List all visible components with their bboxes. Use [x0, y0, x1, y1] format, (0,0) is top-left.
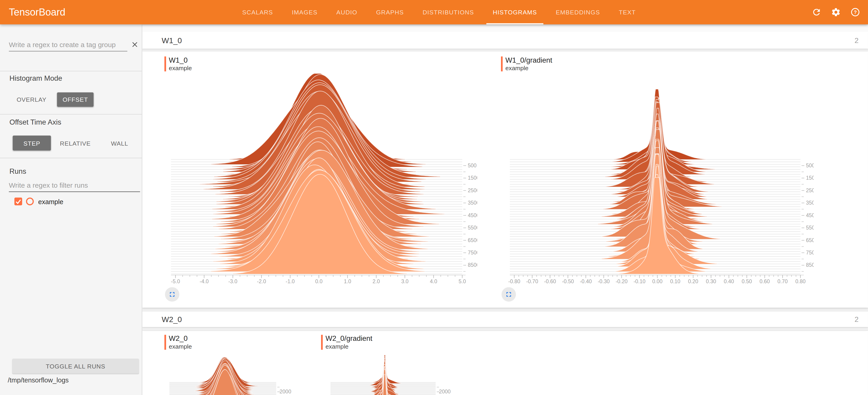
- run-color-bar: [164, 57, 166, 71]
- svg-text:2500: 2500: [468, 188, 477, 193]
- tab-text[interactable]: TEXT: [612, 0, 642, 25]
- close-icon[interactable]: [130, 40, 139, 49]
- svg-text:7500: 7500: [468, 250, 477, 256]
- relative-button[interactable]: RELATIVE: [56, 136, 95, 151]
- svg-text:0.00: 0.00: [652, 278, 662, 285]
- card-tag-name: W2_0: [169, 334, 187, 342]
- svg-text:8500: 8500: [806, 262, 814, 268]
- app-header: TensorBoard SCALARSIMAGESAUDIOGRAPHSDIST…: [0, 0, 868, 25]
- header-icons: ?: [811, 0, 864, 25]
- svg-text:7500: 7500: [806, 250, 814, 256]
- run-checkbox[interactable]: [14, 197, 22, 205]
- runs-filter-input[interactable]: [9, 180, 140, 192]
- svg-text:-4.0: -4.0: [199, 278, 209, 285]
- wall-button[interactable]: WALL: [104, 136, 135, 151]
- tab-histograms[interactable]: HISTOGRAMS: [486, 0, 544, 25]
- divider: [0, 71, 142, 71]
- svg-text:5500: 5500: [806, 225, 814, 231]
- section-header-W2_0[interactable]: W2_02: [142, 311, 868, 327]
- settings-gear-icon[interactable]: [831, 7, 841, 17]
- svg-text:3500: 3500: [468, 200, 477, 206]
- offset-button[interactable]: OFFSET: [57, 92, 94, 107]
- histogram-mode-label: Histogram Mode: [9, 74, 62, 82]
- tab-graphs[interactable]: GRAPHS: [370, 0, 410, 25]
- svg-text:-3.0: -3.0: [228, 278, 237, 285]
- overlay-button[interactable]: OVERLAY: [12, 92, 51, 107]
- tag-filter-input[interactable]: [9, 40, 127, 52]
- check-icon: [14, 197, 22, 205]
- divider: [0, 158, 142, 158]
- expand-chart-button[interactable]: [501, 287, 516, 301]
- svg-text:-0.30: -0.30: [598, 278, 610, 285]
- svg-text:1500: 1500: [468, 175, 477, 181]
- tab-audio[interactable]: AUDIO: [330, 0, 364, 25]
- histogram-chart-W2_0[interactable]: 2000: [164, 351, 300, 395]
- run-color-bar: [501, 57, 503, 71]
- tab-scalars[interactable]: SCALARS: [236, 0, 280, 25]
- svg-text:4.0: 4.0: [430, 278, 437, 285]
- refresh-icon[interactable]: [811, 7, 822, 17]
- card-tag-name: W1_0: [169, 56, 187, 64]
- main-content: W1_02W1_0example-5.0-4.0-3.0-2.0-1.00.01…: [142, 25, 868, 395]
- svg-text:2500: 2500: [806, 188, 814, 193]
- svg-text:4500: 4500: [468, 212, 477, 218]
- svg-text:2000: 2000: [280, 389, 291, 395]
- svg-text:8500: 8500: [468, 262, 477, 268]
- help-icon[interactable]: ?: [850, 7, 861, 17]
- card-run-name: example: [326, 343, 348, 350]
- runs-label: Runs: [9, 167, 26, 175]
- svg-text:0.50: 0.50: [742, 278, 752, 285]
- expand-chart-button[interactable]: [165, 287, 179, 301]
- run-color-circle[interactable]: [26, 197, 34, 205]
- svg-text:-0.60: -0.60: [544, 278, 556, 285]
- section-body-W1_0: W1_0example-5.0-4.0-3.0-2.0-1.00.01.02.0…: [142, 52, 868, 308]
- svg-text:-5.0: -5.0: [171, 278, 180, 285]
- tab-distributions[interactable]: DISTRIBUTIONS: [416, 0, 480, 25]
- run-color-bar: [321, 335, 323, 350]
- tensorboard-app: TensorBoard SCALARSIMAGESAUDIOGRAPHSDIST…: [0, 0, 868, 395]
- svg-text:6500: 6500: [806, 237, 814, 243]
- svg-text:1.0: 1.0: [344, 278, 351, 285]
- svg-text:6500: 6500: [468, 237, 477, 243]
- histogram-chart-W1_0-gradient[interactable]: -0.80-0.70-0.60-0.50-0.40-0.30-0.20-0.10…: [501, 74, 814, 287]
- nav-tabs: SCALARSIMAGESAUDIOGRAPHSDISTRIBUTIONSHIS…: [236, 0, 642, 25]
- offset-time-axis-label: Offset Time Axis: [9, 118, 61, 126]
- section-title: W1_0: [162, 36, 182, 44]
- tag-count-badge: 2: [855, 36, 859, 44]
- svg-text:0.60: 0.60: [760, 278, 770, 285]
- svg-text:0.70: 0.70: [777, 278, 788, 285]
- svg-text:-0.40: -0.40: [580, 278, 592, 285]
- svg-text:-1.0: -1.0: [286, 278, 295, 285]
- divider: [0, 114, 142, 114]
- tab-embeddings[interactable]: EMBEDDINGS: [549, 0, 607, 25]
- svg-text:2000: 2000: [439, 389, 451, 395]
- tab-images[interactable]: IMAGES: [285, 0, 324, 25]
- svg-text:1500: 1500: [806, 175, 814, 181]
- fullscreen-icon: [168, 291, 176, 298]
- section-title: W2_0: [162, 315, 182, 324]
- svg-text:2.0: 2.0: [372, 278, 380, 285]
- histogram-chart-W2_0-gradient[interactable]: 2000: [321, 351, 457, 395]
- svg-text:0.40: 0.40: [724, 278, 734, 285]
- svg-text:0.30: 0.30: [706, 278, 716, 285]
- section-header-W1_0[interactable]: W1_02: [142, 32, 868, 49]
- run-name: example: [38, 198, 63, 206]
- svg-text:-0.80: -0.80: [508, 278, 520, 285]
- svg-text:0.20: 0.20: [688, 278, 698, 285]
- card-run-name: example: [169, 65, 192, 71]
- run-color-bar: [164, 335, 166, 350]
- card-tag-name: W1_0/gradient: [505, 56, 552, 64]
- svg-text:-0.70: -0.70: [526, 278, 538, 285]
- svg-text:?: ?: [854, 9, 857, 15]
- app-title: TensorBoard: [9, 0, 65, 25]
- svg-text:-2.0: -2.0: [257, 278, 266, 285]
- card-run-name: example: [505, 65, 528, 71]
- svg-text:5.0: 5.0: [459, 278, 466, 285]
- log-directory: /tmp/tensorflow_logs: [8, 376, 69, 384]
- histogram-chart-W1_0[interactable]: -5.0-4.0-3.0-2.0-1.00.01.02.03.04.05.050…: [164, 74, 477, 287]
- svg-text:4500: 4500: [806, 212, 814, 218]
- step-button[interactable]: STEP: [13, 136, 51, 151]
- toggle-all-runs-button[interactable]: TOGGLE ALL RUNS: [12, 359, 139, 373]
- content-top-strip: [142, 25, 868, 32]
- svg-text:0.10: 0.10: [670, 278, 681, 285]
